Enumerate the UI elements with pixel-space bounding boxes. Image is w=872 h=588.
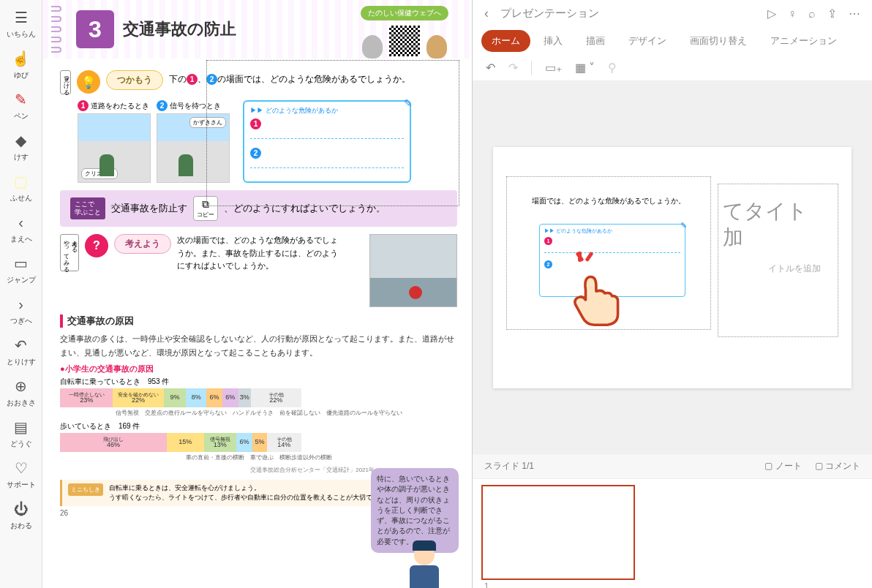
spiral-binding — [51, 6, 64, 53]
chapter-number: 3 — [76, 10, 114, 48]
tsukamou-section: 見つける 💡 つかもう 下の1、2の場面では、どのような危険があるでしょうか。 — [60, 70, 457, 94]
kokode-tag: ここで 学ぶこと — [70, 197, 105, 219]
slide-canvas[interactable]: 場面では、どのような危険があるでしょうか。 ✎ ▶▶ どのような危険があるか 1… — [473, 81, 872, 453]
tool-とりけす[interactable]: ↶とりけす — [0, 331, 42, 372]
tap-hand-icon — [563, 260, 628, 326]
tool-ふせん[interactable]: ▢ふせん — [0, 167, 42, 208]
thumb-number: 1 — [484, 581, 489, 588]
footer-line2: うす暗くなったら、ライトをつけて、歩行者や自動車に自分の位置を教えることが大切で… — [109, 493, 386, 502]
ribbon-toolbar: ↶ ↷ ▭₊ ▦ ˅ ⚲ — [473, 55, 872, 81]
bar-chart: 飛び出し46%15%信号無視13%6%5%その他14% — [60, 433, 301, 452]
charts-area: 自転車に乗っているとき 953 件一時停止しない23%安全を確かめない22%9%… — [60, 377, 457, 461]
back-icon[interactable]: ‹ — [484, 6, 489, 21]
police-officer-icon: 警察官 — [402, 545, 446, 588]
search-icon[interactable]: ⌕ — [808, 7, 816, 20]
mascot-dog-icon — [426, 35, 447, 59]
tool-サポート[interactable]: ♡サポート — [0, 453, 42, 494]
bar-chart: 一時停止しない23%安全を確かめない22%9%8%6%6%3%その他22% — [60, 388, 301, 407]
chart-source: 交通事故総合分析センター「交通統計」2021年 — [60, 466, 375, 474]
ribbon-tabs: ホーム挿入描画デザイン画面切り替えアニメーション — [473, 27, 872, 55]
mini-note-title: ▶▶ どのような危険があるか — [544, 227, 680, 235]
chart-annotations: 信号無視 交差点の進行ルールを守らない ハンドルそうさ 前を確認しない 優先道路… — [60, 409, 457, 417]
title-placeholder[interactable]: てタイト 加 — [723, 198, 832, 252]
tab-描画[interactable]: 描画 — [576, 30, 615, 52]
thumbnail-strip[interactable]: 1 — [473, 478, 872, 588]
left-toolbar: ☰いちらん☝ゆび✎ペン◆けす▢ふせん‹まえへ▭ジャンプ›つぎへ↶とりけす⊕おおき… — [0, 0, 42, 588]
bar-chart-title: 自転車に乗っているとき 953 件 — [60, 377, 457, 387]
chart-subheading: ●小学生の交通事故の原因 — [60, 363, 457, 374]
note-box[interactable]: ✎ ▶▶ どのような危険があるか 1 2 — [243, 100, 411, 183]
cause-heading: 交通事故の原因 — [60, 314, 457, 328]
footer-line1: 自転車に乗るときは、安全運転を心がけましょう。 — [109, 483, 386, 493]
tool-どうぐ[interactable]: ▤どうぐ — [0, 412, 42, 453]
notes-button[interactable]: ▢ ノート — [764, 460, 801, 472]
side-tag-2: 考える やってみる — [60, 234, 79, 271]
tool-まえへ[interactable]: ‹まえへ — [0, 208, 42, 249]
slide-thumbnail[interactable]: 1 — [481, 485, 635, 580]
slide[interactable]: 場面では、どのような危険があるでしょうか。 ✎ ▶▶ どのような危険があるか 1… — [493, 147, 852, 388]
tool-ゆび[interactable]: ☝ゆび — [0, 44, 42, 85]
tab-デザイン[interactable]: デザイン — [618, 30, 677, 52]
tool-つぎへ[interactable]: ›つぎへ — [0, 290, 42, 331]
tool-ペン[interactable]: ✎ペン — [0, 85, 42, 126]
mini-tag: ミニちしき — [68, 483, 103, 496]
subtitle-placeholder[interactable]: イトルを追加 — [768, 263, 821, 275]
tool-おわる[interactable]: ⏻おわる — [0, 494, 42, 535]
kokode-text-pre: 交通事故を防止す — [111, 203, 187, 215]
copy-icon: ⧉ — [202, 198, 209, 211]
slide-counter: スライド 1/1 — [484, 460, 534, 472]
pencil-icon: ✎ — [680, 221, 687, 230]
tsukamou-label: つかもう — [106, 70, 163, 90]
textbook-panel: 3 交通事故の防止 たのしい保健ウェブへ 見つける 💡 つかもう 下の1、2の場… — [42, 0, 473, 588]
kokode-text-post: 、どのようにすればよいでしょうか。 — [224, 203, 386, 215]
bulb-icon[interactable]: ♀ — [788, 7, 797, 20]
side-tag: 見つける — [60, 70, 71, 94]
powerpoint-panel: ‹ プレゼンテーション ▷ ♀ ⌕ ⇪ ⋯ ホーム挿入描画デザイン画面切り替えア… — [473, 0, 872, 588]
kokode-bar: ここで 学ぶこと 交通事故を防止す ⧉ コピー 、どのようにすればよいでしょうか… — [60, 190, 457, 227]
share-icon[interactable]: ⇪ — [827, 7, 837, 20]
format-painter-icon[interactable]: ⚲ — [608, 61, 617, 75]
copy-button[interactable]: ⧉ コピー — [193, 196, 218, 221]
more-icon[interactable]: ⋯ — [849, 7, 860, 20]
tool-けす[interactable]: ◆けす — [0, 126, 42, 167]
tab-ホーム[interactable]: ホーム — [481, 30, 530, 52]
qr-code[interactable] — [387, 23, 422, 59]
chart-annotations: 車の直前・直後の横断 車で遊ぶ 横断歩道以外の横断 — [60, 453, 457, 461]
tool-おおきさ[interactable]: ⊕おおきさ — [0, 372, 42, 412]
bulb-icon: 💡 — [77, 70, 100, 94]
scene2-caption: 2 信号を待つとき — [157, 100, 230, 111]
redo-icon[interactable]: ↷ — [508, 61, 518, 75]
bar-chart-title: 歩いているとき 169 件 — [60, 421, 457, 431]
tool-いちらん[interactable]: ☰いちらん — [0, 3, 42, 44]
tab-アニメーション[interactable]: アニメーション — [760, 30, 847, 52]
kangaeyou-text: 次の場面では、どのような危険があるでしょうか。また、事故を防止するには、どのよう… — [177, 234, 338, 273]
scene1-caption: 1 道路をわたるとき — [78, 100, 151, 111]
comments-button[interactable]: ▢ コメント — [815, 460, 860, 472]
tab-画面切り替え[interactable]: 画面切り替え — [680, 30, 757, 52]
road-scene-image[interactable] — [369, 234, 457, 307]
scene2-image[interactable]: かずきさん — [157, 113, 230, 183]
undo-icon[interactable]: ↶ — [486, 61, 495, 75]
doc-title: プレゼンテーション — [500, 7, 756, 20]
new-slide-icon[interactable]: ▭₊ — [545, 61, 562, 75]
tsukamou-prompt: 下の1、2の場面では、どのような危険があるでしょうか。 — [169, 70, 410, 86]
cause-body: 交通事故の多くは、一時停止や安全確認をしないなど、人の行動が原因となって起こりま… — [60, 332, 457, 359]
question-icon: ? — [85, 234, 108, 257]
play-icon[interactable]: ▷ — [767, 7, 776, 20]
status-bar: スライド 1/1 ▢ ノート ▢ コメント — [473, 453, 872, 478]
kangaeyou-section: 考える やってみる ? 考えよう 次の場面では、どのような危険があるでしょうか。… — [60, 234, 457, 307]
name-tag-2: かずきさん — [189, 117, 226, 128]
ppt-titlebar: ‹ プレゼンテーション ▷ ♀ ⌕ ⇪ ⋯ — [473, 0, 872, 27]
chapter-title: 交通事故の防止 — [123, 18, 236, 40]
mini-prompt: 場面では、どのような危険があるでしょうか。 — [507, 177, 710, 209]
layout-icon[interactable]: ▦ ˅ — [575, 61, 595, 75]
scene1-image[interactable]: クリスさん — [78, 113, 151, 183]
qr-badge[interactable]: たのしい保健ウェブへ — [361, 6, 448, 20]
mascot-cat-icon — [362, 35, 383, 59]
note-box-title: ▶▶ どのような危険があるか — [250, 106, 404, 116]
tool-ジャンプ[interactable]: ▭ジャンプ — [0, 249, 42, 290]
name-tag-1: クリスさん — [81, 168, 118, 179]
chapter-header: 3 交通事故の防止 たのしい保健ウェブへ — [51, 6, 463, 53]
tab-挿入[interactable]: 挿入 — [533, 30, 573, 52]
kangaeyou-label: 考えよう — [114, 234, 171, 254]
